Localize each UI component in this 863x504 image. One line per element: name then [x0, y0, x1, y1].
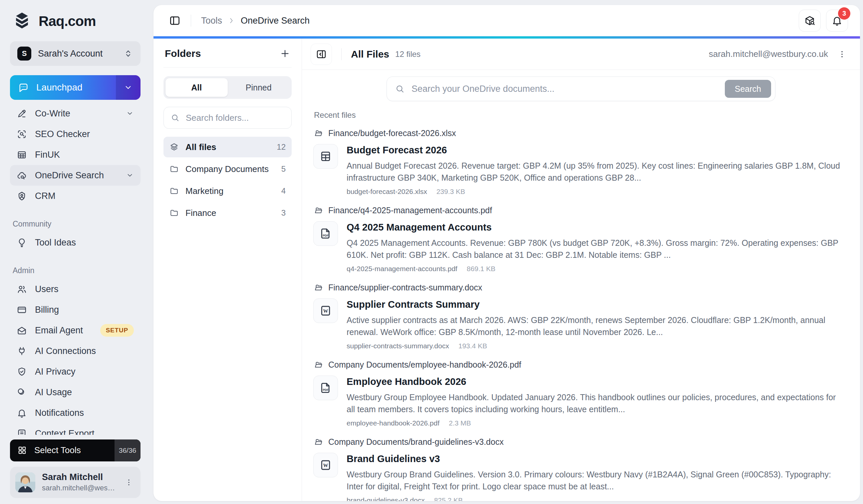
sidebar-item[interactable]: Context Export [10, 423, 140, 435]
folders-tabs: All Pinned [163, 76, 292, 99]
account-selector[interactable]: S Sarah's Account [10, 41, 140, 66]
folder-count: 4 [282, 186, 286, 196]
file-card[interactable]: Budget Forecast 2026 Annual Budget Forec… [313, 144, 847, 196]
select-tools-count: 36/36 [114, 439, 140, 462]
file-sheet-icon [313, 144, 338, 169]
file-card[interactable]: W Brand Guidelines v3 Westbury Group Bra… [313, 453, 847, 501]
user-info: Sarah Mitchell sarah.mitchell@westbury.c… [42, 472, 116, 492]
file-title[interactable]: Q4 2025 Management Accounts [347, 222, 843, 233]
bell-icon [17, 408, 27, 418]
accent-gradient-bar [153, 36, 860, 39]
document-search-row: Search [302, 70, 860, 110]
sidebar-item[interactable]: SEO Checker [10, 124, 140, 144]
account-selector-label: Sarah's Account [38, 49, 116, 59]
user-card[interactable]: Sarah Mitchell sarah.mitchell@westbury.c… [10, 467, 140, 498]
search-icon [171, 113, 180, 122]
credit-card-icon [17, 305, 27, 315]
file-path-row[interactable]: Finance/q4-2025-management-accounts.pdf [314, 206, 847, 215]
folder-count: 12 [277, 142, 286, 152]
user-menu-button[interactable] [123, 476, 135, 489]
launchpad-button[interactable]: Launchpad [10, 75, 140, 100]
sidebar-item[interactable]: AI Privacy [10, 361, 140, 382]
avatar [15, 473, 35, 492]
sidebar-nav: Co-Write SEO Checker FinUK [10, 103, 140, 435]
chevron-down-icon [126, 109, 134, 117]
folder-search-input[interactable] [185, 113, 285, 124]
file-meta: employee-handbook-2026.pdf 2.3 MB [347, 419, 843, 427]
file-details: Employee Handbook 2026 Westbury Group Em… [347, 376, 843, 427]
file-path-row[interactable]: Finance/supplier-contracts-summary.docx [314, 283, 847, 293]
document-search[interactable]: Search [387, 77, 775, 101]
file-details: Supplier Contracts Summary Active suppli… [347, 298, 843, 350]
content-subtitle: 12 files [395, 50, 421, 59]
panel-columns: Folders All Pinned [153, 39, 860, 501]
sidebar-item[interactable]: OneDrive Search [10, 165, 140, 186]
collapse-folders-button[interactable] [311, 43, 332, 65]
document-search-input[interactable] [411, 83, 719, 94]
file-card[interactable]: PDF Q4 2025 Management Accounts Q4 2025 … [313, 221, 847, 273]
brand-name: Raq.com [39, 13, 96, 29]
sidebar-item[interactable]: AI Connections [10, 341, 140, 361]
sidebar-item[interactable]: CRM [10, 186, 140, 206]
topbar-action-button[interactable] [799, 10, 821, 31]
brand-header: Raq.com [10, 11, 140, 31]
sidebar-item[interactable]: Billing [10, 299, 140, 320]
file-filename: employee-handbook-2026.pdf [347, 419, 439, 427]
file-meta: brand-guidelines-v3.docx 825.2 KB [347, 496, 843, 501]
file-card[interactable]: PDF Employee Handbook 2026 Westbury Grou… [313, 376, 847, 427]
sidebar-item-label: Co-Write [35, 108, 118, 119]
sidebar-item[interactable]: Tool Ideas [10, 232, 140, 253]
launchpad-expand-button[interactable] [116, 75, 140, 100]
chevron-right-icon [222, 17, 241, 25]
add-folder-button[interactable] [280, 48, 290, 59]
topbar: Tools OneDrive Search 3 [153, 5, 860, 36]
launchpad-label: Launchpad [36, 82, 109, 93]
sidebar-item[interactable]: AI Usage [10, 382, 140, 402]
sidebar-item-label: OneDrive Search [35, 170, 118, 181]
seo-scan-icon [17, 129, 27, 139]
plug-icon [17, 346, 27, 356]
select-tools-button[interactable]: Select Tools 36/36 [10, 439, 140, 462]
sidebar-toggle-button[interactable] [169, 15, 181, 27]
search-button[interactable]: Search [725, 80, 771, 98]
file-word-icon: W [313, 298, 338, 323]
sidebar-item[interactable]: Notifications [10, 402, 140, 423]
file-size: 2.3 MB [449, 419, 471, 427]
svg-text:PDF: PDF [323, 234, 329, 237]
file-title[interactable]: Supplier Contracts Summary [347, 299, 843, 310]
folders-tab[interactable]: Pinned [228, 78, 290, 97]
file-size: 825.2 KB [434, 496, 463, 501]
sidebar-item[interactable]: Co-Write [10, 103, 140, 124]
file-path: Finance/supplier-contracts-summary.docx [328, 283, 482, 293]
content-menu-button[interactable] [837, 50, 847, 59]
svg-text:W: W [323, 463, 328, 468]
chevron-down-icon [126, 171, 134, 179]
file-card[interactable]: W Supplier Contracts Summary Active supp… [313, 298, 847, 350]
folder-icon [170, 208, 179, 218]
file-path: Company Documents/brand-guidelines-v3.do… [328, 437, 504, 447]
file-path-row[interactable]: Company Documents/employee-handbook-2026… [314, 360, 847, 370]
folders-tab[interactable]: All [165, 78, 228, 97]
folder-row[interactable]: Finance 3 [163, 203, 292, 223]
folder-row[interactable]: Company Documents 5 [163, 159, 292, 179]
folder-row[interactable]: All files 12 [163, 137, 292, 157]
file-meta: supplier-contracts-summary.docx 193.4 KB [347, 342, 843, 350]
file-title[interactable]: Employee Handbook 2026 [347, 376, 843, 387]
sidebar-item[interactable]: FinUK [10, 144, 140, 165]
sidebar-item[interactable]: Users [10, 279, 140, 299]
topbar-action-button[interactable]: 3 [826, 10, 848, 31]
file-path-row[interactable]: Finance/budget-forecast-2026.xlsx [314, 128, 847, 138]
file-title[interactable]: Budget Forecast 2026 [347, 145, 843, 156]
notification-count-badge: 3 [838, 7, 850, 20]
folder-open-icon [314, 206, 323, 215]
sidebar-item[interactable]: Email Agent SETUP [10, 320, 140, 341]
sidebar-admin-list: Users Billing Email Agent SETUP [10, 279, 140, 435]
file-title[interactable]: Brand Guidelines v3 [347, 453, 843, 464]
folder-label: Company Documents [186, 164, 275, 174]
breadcrumb-parent[interactable]: Tools [201, 16, 222, 26]
file-path-row[interactable]: Company Documents/brand-guidelines-v3.do… [314, 437, 847, 447]
folder-search[interactable] [163, 107, 292, 129]
folder-row[interactable]: Marketing 4 [163, 181, 292, 201]
file-description: Westbury Group Brand Guidelines. Version… [347, 468, 843, 492]
file-groups: Finance/budget-forecast-2026.xlsx Budget… [313, 128, 847, 501]
